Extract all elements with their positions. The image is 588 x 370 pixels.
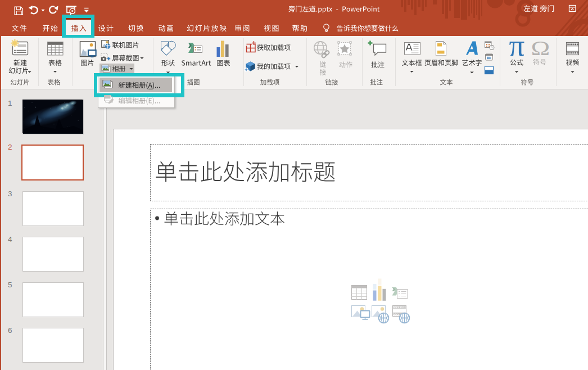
svg-text:π: π: [509, 28, 525, 62]
svg-text:Ω: Ω: [531, 38, 550, 60]
